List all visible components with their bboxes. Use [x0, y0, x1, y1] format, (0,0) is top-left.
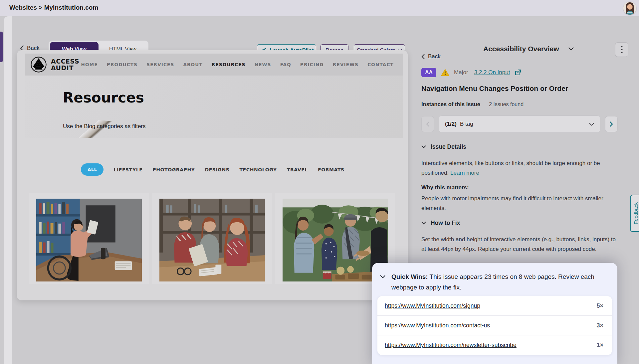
site-nav-news[interactable]: NEWS [255, 62, 271, 67]
instances-label: Instances of this Issue [421, 101, 480, 107]
card-photo-students [159, 199, 265, 281]
chevron-down-icon [421, 145, 426, 148]
hero-banner: Resources Use the Blog categories as fil… [25, 76, 403, 138]
top-bar: Websites > MyInstitution.com [0, 0, 639, 16]
breadcrumb[interactable]: Websites > MyInstitution.com [9, 4, 98, 11]
hero-title: Resources [63, 90, 144, 106]
page-row: https://www.MyInstitution.com/signup 5× [377, 296, 612, 316]
hero-subtitle: Use the Blog categories as filters [63, 123, 146, 130]
site-nav-pricing[interactable]: PRICING [300, 62, 324, 67]
kebab-menu-icon [621, 46, 623, 53]
site-nav-reviews[interactable]: REVIEWS [333, 62, 358, 67]
issue-details-heading: Issue Details [431, 143, 466, 150]
chevron-right-icon [610, 121, 613, 127]
chevron-down-icon [380, 275, 385, 278]
quick-wins-popup: Quick Wins: This issue appears 23 times … [372, 263, 617, 364]
how-to-fix-heading: How to Fix [431, 220, 460, 227]
site-nav-about[interactable]: ABOUT [183, 62, 202, 67]
app-window: Websites > MyInstitution.com Back Web Vi… [0, 0, 639, 364]
blog-card[interactable] [29, 193, 149, 284]
site-nav-services[interactable]: SERVICES [146, 62, 174, 67]
issue-meta-row: AA Major 3.2.2 On Input [421, 68, 618, 77]
page-row: https://www.MyInstitution.com/newsletter… [377, 335, 612, 355]
instance-dropdown[interactable]: (1/2) B tag [439, 115, 600, 133]
next-instance-button[interactable] [605, 116, 618, 132]
occurrence-count: 5× [596, 302, 603, 309]
previous-instance-button[interactable] [421, 116, 434, 132]
page-url-link[interactable]: https://www.MyInstitution.com/newsletter… [385, 342, 517, 349]
card-photo-library-study [36, 199, 142, 281]
page-url-link[interactable]: https://www.MyInstitution.com/signup [385, 302, 480, 309]
site-nav-faq[interactable]: FAQ [280, 62, 291, 67]
chevron-down-icon [589, 123, 594, 126]
site-header: ACCESS AUDIT HOME PRODUCTS SERVICES ABOU… [25, 54, 403, 76]
blog-card-list [29, 193, 395, 284]
occurrence-count: 1× [596, 342, 603, 349]
accessibility-overview-dropdown[interactable]: Accessibility Overview [483, 45, 574, 53]
logo-line-1: ACCESS [51, 58, 79, 65]
filter-travel[interactable]: TRAVEL [287, 167, 308, 172]
toolbar: Back Web View HTML View Launch AutoPilot… [0, 16, 639, 46]
instance-selector-row: (1/2) B tag [421, 115, 618, 133]
occurrence-count: 3× [596, 322, 603, 329]
external-link-icon[interactable] [515, 69, 521, 76]
site-logo-text: ACCESS AUDIT [51, 58, 79, 71]
site-nav: HOME PRODUCTS SERVICES ABOUT RESOURCES N… [81, 62, 394, 67]
filter-designs[interactable]: DESIGNS [205, 167, 229, 172]
panel-back-label: Back [428, 53, 441, 60]
quick-wins-text: Quick Wins: This issue appears 23 times … [391, 272, 606, 293]
filter-formats[interactable]: FORMATS [318, 167, 344, 172]
issue-details-text: Interactive elements, like buttons or li… [421, 160, 600, 176]
severity-label: Major [454, 69, 468, 76]
issue-details-section-header[interactable]: Issue Details [421, 143, 618, 150]
issue-details-body: Interactive elements, like buttons or li… [421, 158, 616, 178]
category-filters: ALL LIFESTYLE PHOTOGRAPHY DESIGNS TECHNO… [17, 163, 408, 176]
quick-wins-header[interactable]: Quick Wins: This issue appears 23 times … [372, 263, 617, 293]
instances-count: 2 Issues found [489, 101, 524, 107]
filter-technology[interactable]: TECHNOLOGY [239, 167, 277, 172]
site-logo[interactable]: ACCESS AUDIT [30, 56, 79, 73]
why-this-matters-heading: Why this matters: [421, 184, 618, 191]
site-nav-home[interactable]: HOME [81, 62, 98, 67]
issue-title: Navigation Menu Changes Position or Orde… [421, 85, 618, 92]
how-to-fix-section-header[interactable]: How to Fix [421, 220, 618, 227]
issue-detail-panel: Back AA Major 3.2.2 On Input Navigation … [421, 53, 618, 261]
instances-row: Instances of this Issue 2 Issues found [421, 101, 618, 107]
chevron-left-icon [426, 121, 429, 127]
blog-card[interactable] [152, 193, 272, 284]
learn-more-link[interactable]: Learn more [450, 170, 479, 176]
wcag-level-badge: AA [421, 68, 436, 77]
filter-photography[interactable]: PHOTOGRAPHY [152, 167, 195, 172]
wcag-criterion-link[interactable]: 3.2.2 On Input [474, 69, 510, 76]
chevron-left-icon [421, 54, 425, 59]
avatar-image [623, 2, 636, 15]
logo-line-2: AUDIT [51, 65, 79, 71]
user-avatar[interactable] [623, 2, 636, 15]
site-nav-contact[interactable]: CONTACT [367, 62, 394, 67]
chevron-down-icon [421, 222, 426, 225]
left-rail [4, 16, 12, 364]
site-nav-resources[interactable]: RESOURCES [212, 62, 246, 67]
instance-label: B tag [460, 121, 473, 127]
page-row: https://www.MyInstitution.com/contact-us… [377, 316, 612, 335]
quick-wins-page-list: https://www.MyInstitution.com/signup 5× … [377, 296, 612, 355]
filter-all[interactable]: ALL [81, 163, 104, 176]
feedback-label: Feedback [633, 202, 639, 224]
why-this-matters-body: People with motor impairments may find i… [421, 194, 616, 213]
warning-icon [441, 69, 449, 76]
panel-back-button[interactable]: Back [421, 53, 441, 60]
how-to-fix-body: Set the width and height of interactive … [421, 235, 616, 254]
overview-label: Accessibility Overview [483, 45, 559, 53]
website-preview: ACCESS AUDIT HOME PRODUCTS SERVICES ABOU… [17, 50, 408, 300]
page-url-link[interactable]: https://www.MyInstitution.com/contact-us [385, 322, 490, 329]
filter-lifestyle[interactable]: LIFESTYLE [113, 167, 142, 172]
quick-wins-label: Quick Wins: [391, 273, 428, 280]
feedback-tab[interactable]: Feedback [630, 195, 639, 232]
access-audit-logo-icon [30, 56, 47, 73]
chevron-down-icon [568, 47, 574, 51]
site-nav-products[interactable]: PRODUCTS [107, 62, 137, 67]
instance-position: (1/2) [445, 121, 457, 127]
